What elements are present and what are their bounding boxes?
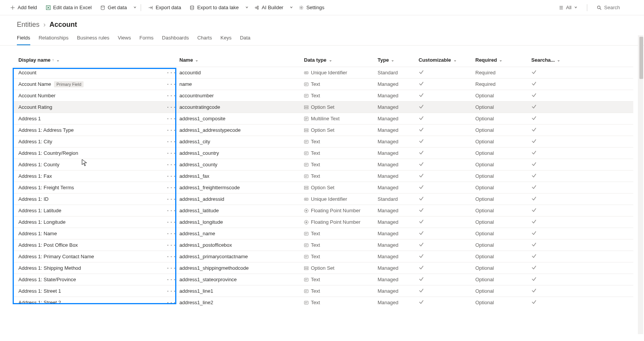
- table-row[interactable]: Address 1: Address Type· · ·address1_add…: [14, 124, 633, 136]
- table-row[interactable]: Account· · ·accountidUnique IdentifierSt…: [14, 67, 633, 78]
- table-row[interactable]: Address 1: Street 1· · ·address1_line1Te…: [14, 285, 633, 297]
- row-more-icon[interactable]: · · ·: [167, 254, 176, 259]
- tab-relationships[interactable]: Relationships: [39, 32, 69, 45]
- row-more-icon[interactable]: · · ·: [167, 300, 176, 305]
- datatype-label: Floating Point Number: [311, 219, 360, 225]
- row-more-icon[interactable]: · · ·: [167, 116, 176, 121]
- row-more-icon[interactable]: · · ·: [167, 139, 176, 144]
- breadcrumb-root[interactable]: Entities: [17, 21, 39, 29]
- datatype-label: Text: [311, 288, 320, 294]
- cell-required: Optional: [475, 150, 531, 156]
- row-more-icon[interactable]: · · ·: [167, 231, 176, 236]
- table-row[interactable]: Address 1· · ·address1_compositeMultilin…: [14, 113, 633, 124]
- tab-views[interactable]: Views: [118, 32, 131, 45]
- cell-name: address1_county: [179, 162, 304, 167]
- cell-customizable: [419, 184, 475, 191]
- row-more-icon[interactable]: · · ·: [167, 151, 176, 156]
- table-row[interactable]: Address 1: Primary Contact Name· · ·addr…: [14, 251, 633, 262]
- row-more-icon[interactable]: · · ·: [167, 185, 176, 190]
- get-data-button[interactable]: Get data: [97, 3, 130, 12]
- table-row[interactable]: Address 1: ID· · ·address1_addressidUniq…: [14, 193, 633, 205]
- cell-display-name: Address 1: State/Province· · ·: [18, 277, 179, 282]
- datatype-label: Unique Identifier: [311, 196, 347, 202]
- vertical-scrollbar-track[interactable]: [638, 35, 643, 334]
- cell-type: Managed: [378, 277, 419, 282]
- list-icon: [559, 5, 564, 10]
- view-filter-dropdown[interactable]: All: [556, 3, 580, 12]
- row-more-icon[interactable]: · · ·: [167, 208, 176, 213]
- svg-point-21: [305, 72, 306, 73]
- table-row[interactable]: Address 1: Country/Region· · ·address1_c…: [14, 147, 633, 159]
- row-more-icon[interactable]: · · ·: [167, 128, 176, 133]
- tab-data[interactable]: Data: [240, 32, 250, 45]
- cell-customizable: [419, 230, 475, 237]
- tab-charts[interactable]: Charts: [197, 32, 212, 45]
- export-data-button[interactable]: Export data: [145, 3, 184, 12]
- cell-searchable: [531, 288, 562, 294]
- datalake-icon: [189, 5, 195, 10]
- row-more-icon[interactable]: · · ·: [167, 197, 176, 202]
- row-more-icon[interactable]: · · ·: [167, 266, 176, 271]
- col-type[interactable]: Type ⌄: [378, 57, 419, 63]
- table-row[interactable]: Address 1: Freight Terms· · ·address1_fr…: [14, 182, 633, 193]
- cell-customizable: [419, 288, 475, 294]
- ai-builder-label: AI Builder: [262, 5, 283, 10]
- table-row[interactable]: Address 1: State/Province· · ·address1_s…: [14, 274, 633, 285]
- table-row[interactable]: Address 1: City· · ·address1_cityTextMan…: [14, 136, 633, 147]
- table-row[interactable]: Address 1: County· · ·address1_countyTex…: [14, 159, 633, 170]
- search-input[interactable]: [604, 5, 635, 10]
- chevron-down-icon[interactable]: [245, 5, 249, 10]
- col-name[interactable]: Name ⌄: [179, 57, 304, 63]
- col-customizable[interactable]: Customizable ⌄: [419, 57, 475, 63]
- export-lake-button[interactable]: Export to data lake: [186, 3, 242, 12]
- table-row[interactable]: Address 1: Street 2· · ·address1_line2Te…: [14, 297, 633, 308]
- row-more-icon[interactable]: · · ·: [167, 243, 176, 248]
- col-searchable[interactable]: Searcha... ⌄: [531, 57, 562, 63]
- table-row[interactable]: Account Number· · ·accountnumberTextMana…: [14, 90, 633, 101]
- row-more-icon[interactable]: · · ·: [167, 277, 176, 282]
- row-more-icon[interactable]: · · ·: [167, 70, 176, 75]
- svg-rect-47: [304, 175, 308, 178]
- settings-button[interactable]: Settings: [296, 3, 327, 12]
- vertical-scrollbar-thumb[interactable]: [639, 37, 643, 79]
- row-more-icon[interactable]: · · ·: [167, 93, 176, 98]
- row-more-icon[interactable]: · · ·: [167, 82, 176, 87]
- tab-dashboards[interactable]: Dashboards: [162, 32, 189, 45]
- cell-searchable: [531, 138, 562, 145]
- row-more-icon[interactable]: · · ·: [167, 105, 176, 110]
- cell-searchable: [531, 219, 562, 225]
- row-more-icon[interactable]: · · ·: [167, 174, 176, 179]
- database-icon: [100, 5, 105, 10]
- edit-excel-button[interactable]: Edit data in Excel: [43, 3, 95, 12]
- search-box[interactable]: [594, 3, 637, 12]
- cell-type: Managed: [378, 162, 419, 167]
- table-row[interactable]: Address 1: Shipping Method· · ·address1_…: [14, 262, 633, 274]
- tab-keys[interactable]: Keys: [220, 32, 232, 45]
- table-row[interactable]: Address 1: Latitude· · ·address1_latitud…: [14, 205, 633, 216]
- col-required[interactable]: Required ⌄: [475, 57, 531, 63]
- col-datatype[interactable]: Data type ⌄: [304, 57, 378, 63]
- table-row[interactable]: Address 1: Longitude· · ·address1_longit…: [14, 216, 633, 228]
- tab-forms[interactable]: Forms: [140, 32, 154, 45]
- cell-datatype: Unique Identifier: [304, 196, 378, 202]
- col-display-name[interactable]: Display name ↑ ⌄: [18, 57, 179, 63]
- ai-builder-button[interactable]: AI Builder: [251, 3, 286, 12]
- table-row[interactable]: Account NamePrimary Field· · ·nameTextMa…: [14, 78, 633, 90]
- chevron-down-icon[interactable]: [289, 5, 293, 10]
- table-row[interactable]: Address 1: Post Office Box· · ·address1_…: [14, 239, 633, 251]
- chevron-down-icon[interactable]: [133, 5, 137, 10]
- export-data-label: Export data: [156, 5, 181, 10]
- table-row[interactable]: Address 1: Name· · ·address1_nameTextMan…: [14, 228, 633, 239]
- tab-fields[interactable]: Fields: [17, 32, 30, 45]
- tab-business-rules[interactable]: Business rules: [77, 32, 110, 45]
- table-row[interactable]: Account Rating· · ·accountratingcodeOpti…: [14, 101, 633, 113]
- settings-label: Settings: [306, 5, 324, 10]
- add-field-button[interactable]: Add field: [7, 3, 40, 12]
- svg-point-18: [598, 6, 600, 8]
- row-more-icon[interactable]: · · ·: [167, 220, 176, 225]
- table-row[interactable]: Address 1: Fax· · ·address1_faxTextManag…: [14, 170, 633, 182]
- row-more-icon[interactable]: · · ·: [167, 289, 176, 294]
- cell-datatype: Text: [304, 173, 378, 179]
- field-display-name: Address 1: County: [18, 162, 59, 167]
- row-more-icon[interactable]: · · ·: [167, 162, 176, 167]
